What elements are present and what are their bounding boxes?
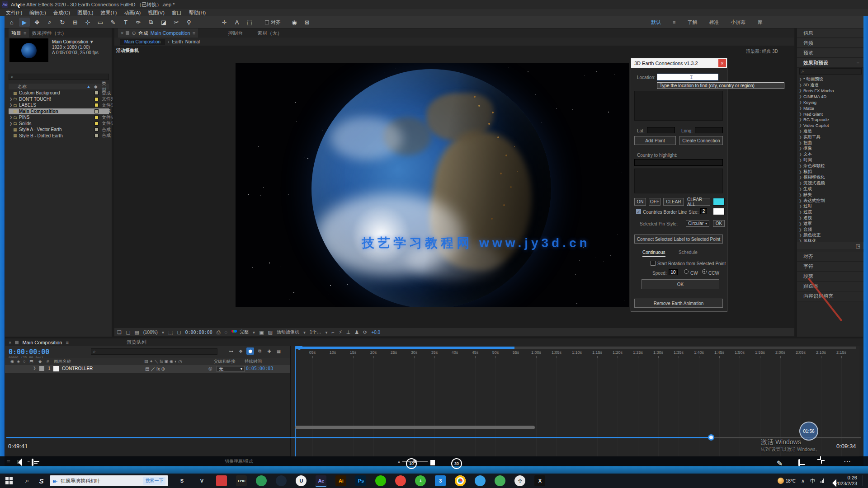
tab-audio[interactable]: 音频 <box>797 38 864 48</box>
player-pause-button[interactable] <box>430 460 435 465</box>
taskbar-app-red[interactable] <box>216 475 227 486</box>
border-color-swatch[interactable] <box>713 208 725 215</box>
ruler-label[interactable]: 15s <box>350 350 357 355</box>
menu-item-2[interactable]: 合成(C) <box>50 9 73 16</box>
composition-viewport[interactable] <box>236 63 629 307</box>
player-mute-icon[interactable] <box>12 460 15 465</box>
taskbar-app-ai[interactable]: Ai <box>335 475 346 486</box>
label-column-icon[interactable]: ◆ <box>94 84 98 89</box>
clear-all-button[interactable]: CLEAR ALL <box>687 198 710 206</box>
effects-category[interactable]: ❯Red Giant <box>798 111 863 117</box>
effects-category[interactable]: ❯表达式控制 <box>798 198 863 204</box>
effects-category[interactable]: ❯抠像 <box>798 146 863 152</box>
effects-category-name[interactable]: 沉浸式视频 <box>803 180 825 186</box>
start-rotation-checkbox[interactable]: ✓ <box>651 261 656 266</box>
workspace-tab-默认[interactable]: 默认 <box>651 19 661 26</box>
project-item[interactable]: ❯🗀LABELS文件夹 <box>9 102 109 108</box>
tab-timeline-comp[interactable]: Main Composition <box>22 340 62 345</box>
expander-icon[interactable]: ❯ <box>798 170 802 174</box>
taskbar-search-text[interactable]: 狂飙导演携科幻叶 <box>61 478 140 484</box>
audio-icon[interactable]: ◈ <box>17 359 20 364</box>
project-item[interactable]: ▦Main Composition合成 <box>9 108 109 115</box>
project-item-name[interactable]: Custom Background <box>19 90 60 95</box>
layer-switches[interactable]: ▤ ／ fx ⊕ <box>145 366 165 372</box>
timeline-icon[interactable]: ⊥ <box>346 329 351 335</box>
number-column[interactable]: # <box>47 359 49 364</box>
player-notes-icon[interactable]: ✎ <box>777 459 783 468</box>
effects-category[interactable]: ❯文本 <box>798 151 863 157</box>
ruler-label[interactable]: 2:00s <box>775 350 785 355</box>
effects-category[interactable]: ❯3D 通道 <box>798 82 863 88</box>
magnification-icon[interactable]: ▢ <box>126 329 130 335</box>
taskbar-app-wechat[interactable] <box>375 475 386 486</box>
effects-category[interactable]: ❯音频 <box>798 227 863 233</box>
expander-icon[interactable]: ❯ <box>798 123 802 127</box>
menu-item-3[interactable]: 图层(L) <box>74 9 96 16</box>
eraser-tool[interactable]: ◪ <box>158 18 169 27</box>
shared-view-icon[interactable]: ◉ <box>289 18 300 27</box>
taskbar-clock[interactable]: 0:26 2023/2/23 <box>835 475 857 487</box>
timeline-timecode[interactable]: 0:00:00:00 <box>9 348 49 356</box>
effects-category[interactable]: ❯模糊和锐化 <box>798 175 863 181</box>
effects-category-name[interactable]: 透视 <box>803 215 812 221</box>
effects-category[interactable]: ❯沉浸式视频 <box>798 180 863 186</box>
new-preset-icon[interactable]: ◳ <box>856 243 860 249</box>
effects-category[interactable]: ❯Video Copilot <box>798 122 863 128</box>
project-columns-header[interactable]: 名称 ▲ ◆ 类型 <box>9 84 109 89</box>
taskbar-search-icon[interactable]: ⌕ <box>25 477 29 485</box>
expander-icon[interactable]: ❯ <box>798 164 802 168</box>
expander-icon[interactable]: ❯ <box>798 112 802 116</box>
highlight-color-swatch[interactable] <box>713 198 725 206</box>
effects-category-name[interactable]: 杂色和颗粒 <box>803 163 825 169</box>
effects-category-name[interactable]: * 动画预设 <box>803 76 823 82</box>
effects-category[interactable]: ❯透视 <box>798 215 863 221</box>
effects-category-name[interactable]: 颜色校正 <box>803 232 821 238</box>
close-icon[interactable]: × <box>121 30 123 36</box>
country-list[interactable] <box>634 169 723 193</box>
project-item[interactable]: ❯🗀PINS文件夹 <box>9 114 109 121</box>
taskbar-app-bird[interactable] <box>475 475 486 486</box>
roto-brush-tool[interactable]: ✂ <box>171 18 182 27</box>
ruler-label[interactable]: 2:10s <box>816 350 826 355</box>
ruler-label[interactable]: 35s <box>431 350 438 355</box>
lock-icon[interactable]: ⊙ <box>132 30 136 36</box>
tab-console[interactable]: 控制台 <box>228 30 243 37</box>
expander-icon[interactable]: ❯ <box>798 228 802 232</box>
location-results-list[interactable] <box>634 91 723 121</box>
pin-style-ok-button[interactable]: OK <box>713 220 725 227</box>
effects-category-name[interactable]: 缺失 <box>803 192 812 198</box>
taskbar-s-app-icon[interactable]: S <box>39 477 43 485</box>
player-quality-icon[interactable]: ≣ <box>6 459 10 465</box>
project-item[interactable]: ❯🗀DON'T TOUCH!文件夹 <box>9 96 109 103</box>
cw-radio[interactable] <box>684 269 689 274</box>
menu-item-8[interactable]: 帮助(H) <box>186 9 209 16</box>
show-snapshot-icon[interactable]: ◌ <box>225 329 228 335</box>
tab-render-queue[interactable]: 渲染队列 <box>127 339 146 346</box>
expander-icon[interactable]: ❯ <box>9 103 13 107</box>
effects-category[interactable]: ❯CINEMA 4D <box>798 94 863 99</box>
tab-effects-presets[interactable]: 效果和预设 ≡ <box>797 58 864 68</box>
expander-icon[interactable]: ❯ <box>798 222 802 226</box>
effects-category[interactable]: ❯通道 <box>798 128 863 134</box>
lock-icon[interactable]: ⬒ <box>29 359 33 364</box>
column-name[interactable]: 名称 <box>18 84 27 90</box>
taskbar-app-chrome[interactable] <box>455 475 466 486</box>
effects-category[interactable]: ❯过时 <box>798 204 863 210</box>
effects-category-name[interactable]: 表达式控制 <box>803 198 825 204</box>
panel-menu-icon[interactable]: ≡ <box>24 30 26 36</box>
taskbar-app-epic[interactable]: EPIC <box>236 475 247 486</box>
expander-icon[interactable]: ❯ <box>798 152 802 156</box>
reset-exposure-icon[interactable]: ⟳ <box>363 329 367 335</box>
effects-category[interactable]: ❯模拟 <box>798 169 863 175</box>
effects-category-name[interactable]: 扭曲 <box>803 140 812 146</box>
tab-schedule[interactable]: Schedule <box>679 250 698 255</box>
project-item[interactable]: ▦Custom Background合成 <box>9 90 109 96</box>
expander-icon[interactable]: ❯ <box>798 117 802 122</box>
effects-category[interactable]: ❯时间 <box>798 157 863 163</box>
sidebar-tab-内容识别填充[interactable]: 内容识别填充 <box>797 291 864 301</box>
ruler-label[interactable]: 1:50s <box>735 350 745 355</box>
menu-item-6[interactable]: 视图(V) <box>145 9 168 16</box>
panel-menu-icon[interactable]: ≡ <box>66 340 68 345</box>
taskbar-app-unreal[interactable]: U <box>296 475 307 486</box>
dialog-titlebar[interactable]: 3D Earth Connections v1.3.2 <box>631 58 727 68</box>
